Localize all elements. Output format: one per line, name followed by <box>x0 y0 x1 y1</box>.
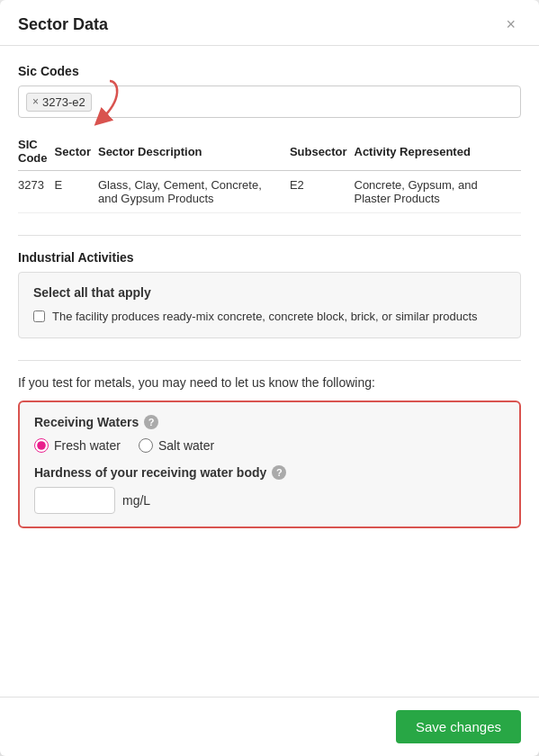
fresh-water-label: Fresh water <box>54 438 121 453</box>
receiving-waters-label: Receiving Waters <box>34 415 139 429</box>
tag-value: 3273-e2 <box>42 95 85 109</box>
salt-water-radio[interactable] <box>139 438 153 453</box>
sic-codes-label: Sic Codes <box>18 64 521 78</box>
hardness-unit: mg/L <box>122 493 150 508</box>
save-changes-button[interactable]: Save changes <box>396 710 521 743</box>
sic-tag-input[interactable]: × 3273-e2 <box>18 86 521 118</box>
hardness-input-row: mg/L <box>34 487 505 514</box>
cell-description: Glass, Clay, Cement, Concrete, and Gypsu… <box>98 171 290 213</box>
salt-water-option[interactable]: Salt water <box>139 438 214 453</box>
hardness-label: Hardness of your receiving water body ? <box>34 465 505 480</box>
sic-tag: × 3273-e2 <box>26 93 92 112</box>
industrial-checkbox[interactable] <box>33 310 45 322</box>
divider-2 <box>18 360 521 361</box>
cell-subsector: E2 <box>290 171 355 213</box>
modal-footer: Save changes <box>0 697 539 756</box>
modal-title: Sector Data <box>18 15 108 34</box>
receiving-waters-section: Receiving Waters ? Fresh water Salt wate… <box>18 400 521 528</box>
divider-1 <box>18 235 521 236</box>
fresh-water-radio[interactable] <box>34 438 49 453</box>
col-sector: Sector <box>55 132 98 171</box>
receiving-waters-radio-group: Fresh water Salt water <box>34 438 505 453</box>
hardness-label-text: Hardness of your receiving water body <box>34 465 266 480</box>
metals-note: If you test for metals, you may need to … <box>18 375 521 390</box>
cell-sic-code: 3273 <box>18 171 55 213</box>
select-all-label: Select all that apply <box>33 285 506 300</box>
sic-table: SICCode Sector Sector Description Subsec… <box>18 132 521 213</box>
fresh-water-option[interactable]: Fresh water <box>34 438 121 453</box>
sector-data-modal: Sector Data × Sic Codes × 3273-e2 <box>0 0 539 756</box>
sic-tag-area: × 3273-e2 <box>18 86 521 118</box>
checkbox-row: The facility produces ready-mix concrete… <box>33 309 506 325</box>
industrial-checkbox-label: The facility produces ready-mix concrete… <box>52 309 478 325</box>
modal-body: Sic Codes × 3273-e2 <box>0 46 539 697</box>
table-header-row: SICCode Sector Sector Description Subsec… <box>18 132 521 171</box>
industrial-activities-section: Industrial Activities Select all that ap… <box>18 250 521 338</box>
col-description: Sector Description <box>98 132 290 171</box>
table-row: 3273 E Glass, Clay, Cement, Concrete, an… <box>18 171 521 213</box>
close-button[interactable]: × <box>500 14 521 34</box>
cell-sector: E <box>55 171 98 213</box>
col-subsector: Subsector <box>290 132 355 171</box>
hardness-input[interactable] <box>34 487 115 514</box>
col-sic-code: SICCode <box>18 132 55 171</box>
modal-header: Sector Data × <box>0 0 539 46</box>
receiving-waters-help-icon[interactable]: ? <box>144 415 158 429</box>
hardness-help-icon[interactable]: ? <box>272 465 286 480</box>
cell-activity: Concrete, Gypsum, and Plaster Products <box>355 171 522 213</box>
industrial-box: Select all that apply The facility produ… <box>18 272 521 338</box>
industrial-section-label: Industrial Activities <box>18 250 521 265</box>
col-activity: Activity Represented <box>355 132 522 171</box>
salt-water-label: Salt water <box>158 438 214 453</box>
receiving-waters-title: Receiving Waters ? <box>34 415 505 429</box>
tag-remove-button[interactable]: × <box>32 95 39 108</box>
